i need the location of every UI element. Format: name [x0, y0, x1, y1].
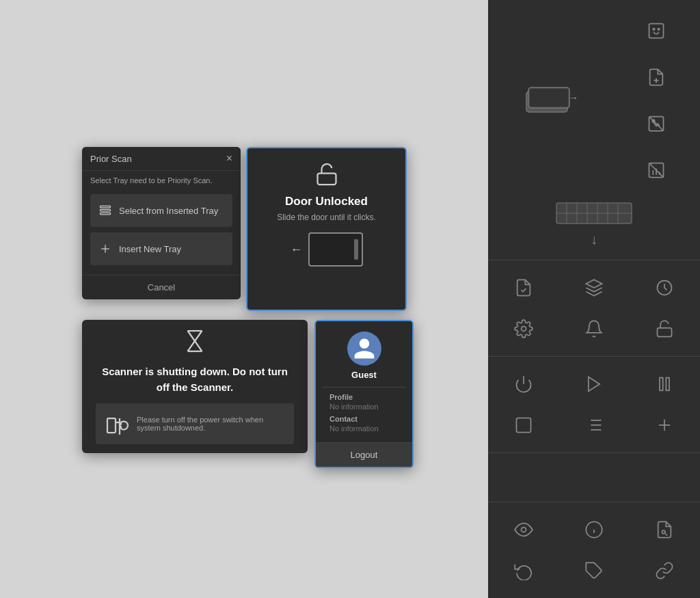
dialog-footer: Cancel [82, 275, 241, 299]
tray-insert-illustration: ← [291, 232, 363, 267]
door-title: Door Unlocked [285, 195, 368, 208]
svg-marker-33 [586, 280, 602, 288]
tray-box [308, 232, 363, 267]
play-icon[interactable] [558, 364, 629, 405]
tray-grid-icon [553, 200, 635, 230]
image-broken-icon[interactable] [647, 103, 666, 144]
svg-marker-38 [589, 377, 600, 392]
svg-rect-1 [100, 209, 111, 211]
right-panel: → [488, 0, 700, 598]
svg-rect-40 [667, 378, 670, 391]
unlock-icon [314, 162, 339, 195]
file-search-icon[interactable] [630, 509, 700, 550]
icon-grid-1 [488, 260, 700, 357]
svg-rect-36 [658, 328, 672, 337]
shutdown-info-box: Please turn off the power switch when sy… [96, 403, 294, 444]
add-icon[interactable] [630, 405, 700, 446]
contact-label: Contact [329, 415, 399, 423]
file-add-icon[interactable] [647, 57, 666, 98]
link-icon[interactable] [630, 550, 700, 591]
pause-icon[interactable] [630, 364, 700, 405]
svg-rect-39 [660, 378, 663, 391]
close-button[interactable]: × [226, 152, 232, 165]
left-panel: Prior Scan × Select Tray need to be Prio… [0, 0, 488, 598]
svg-text:→: → [569, 92, 578, 103]
tray-handle [354, 239, 358, 260]
sad-face-icon[interactable] [647, 10, 666, 51]
svg-point-13 [653, 29, 654, 30]
doc-icons-column [647, 10, 666, 191]
svg-point-19 [652, 120, 655, 122]
cancel-button[interactable]: Cancel [148, 282, 175, 293]
shutdown-title: Scanner is shutting down. Do not turn of… [96, 364, 294, 395]
bell-icon[interactable] [558, 308, 629, 349]
svg-rect-10 [530, 89, 568, 107]
undo-icon[interactable] [488, 550, 558, 591]
profile-value: No information [329, 403, 399, 411]
settings-icon[interactable] [488, 308, 558, 349]
dialog-subtitle: Select Tray need to be Priority Scan. [82, 171, 241, 190]
svg-rect-6 [107, 418, 116, 433]
shutdown-info-text: Please turn off the power switch when sy… [137, 416, 284, 432]
profile-inner: Guest Profile No information Contact No … [316, 321, 412, 442]
svg-point-14 [658, 29, 659, 30]
hourglass-icon [183, 329, 207, 364]
icon-grid-3 [488, 502, 700, 598]
shutdown-dialog: Scanner is shutting down. Do not turn of… [82, 320, 308, 453]
down-arrow-icon: ↓ [591, 232, 597, 247]
svg-rect-5 [317, 174, 336, 185]
right-illustrations: → [488, 0, 700, 260]
svg-point-50 [521, 528, 526, 532]
info-icon[interactable] [558, 509, 629, 550]
svg-rect-2 [100, 213, 111, 215]
svg-point-54 [662, 530, 666, 534]
shutdown-inner: Scanner is shutting down. Do not turn of… [82, 320, 308, 453]
icon-grid-2 [488, 357, 700, 453]
list-icon[interactable] [558, 405, 629, 446]
option1-label: Select from Inserted Tray [119, 206, 218, 216]
document-scan-icon[interactable] [488, 267, 558, 308]
door-unlocked-dialog: Door Unlocked Slide the door until it cl… [246, 147, 407, 311]
svg-line-18 [649, 117, 663, 131]
top-row: → [488, 7, 700, 194]
select-from-inserted-tray-button[interactable]: Select from Inserted Tray [90, 194, 232, 227]
list-icon [98, 204, 112, 217]
door-dialog-inner: Door Unlocked Slide the door until it cl… [247, 148, 405, 310]
profile-dialog: Guest Profile No information Contact No … [314, 320, 414, 468]
square-icon[interactable] [488, 405, 558, 446]
dialog-header: Prior Scan × [82, 147, 241, 171]
avatar [347, 331, 381, 366]
profile-label: Profile [329, 393, 399, 401]
guest-name: Guest [351, 370, 377, 380]
dialog-title: Prior Scan [90, 154, 132, 164]
eye-icon[interactable] [488, 509, 558, 550]
insert-new-tray-button[interactable]: Insert New Tray [90, 232, 232, 265]
tag-icon[interactable] [558, 550, 629, 591]
chart-broken-icon[interactable] [647, 150, 666, 191]
arrow-left-icon: ← [291, 243, 303, 257]
svg-rect-41 [516, 418, 530, 433]
layers-icon[interactable] [558, 267, 629, 308]
tray-eject-illustration: → [523, 82, 578, 120]
logout-button[interactable]: Logout [316, 442, 412, 467]
user-icon [352, 336, 377, 361]
svg-point-7 [120, 422, 128, 430]
svg-point-35 [521, 327, 526, 331]
option2-label: Insert New Tray [119, 244, 181, 254]
dialog-body: Select from Inserted Tray Insert New Tra… [82, 190, 241, 275]
power-icon[interactable] [488, 364, 558, 405]
tray-stack-icon: → [523, 82, 578, 120]
svg-rect-12 [649, 24, 663, 38]
profile-section: Profile No information Contact No inform… [323, 388, 405, 442]
tray-down-illustration: ↓ [553, 194, 635, 253]
plus-icon [98, 242, 112, 256]
svg-rect-0 [100, 206, 111, 208]
power-off-icon [105, 410, 130, 437]
history-icon[interactable] [630, 267, 700, 308]
contact-value: No information [329, 424, 399, 433]
lock-open-icon[interactable] [630, 308, 700, 349]
door-subtitle: Slide the door until it clicks. [277, 213, 376, 222]
prior-scan-dialog: Prior Scan × Select Tray need to be Prio… [82, 147, 241, 299]
